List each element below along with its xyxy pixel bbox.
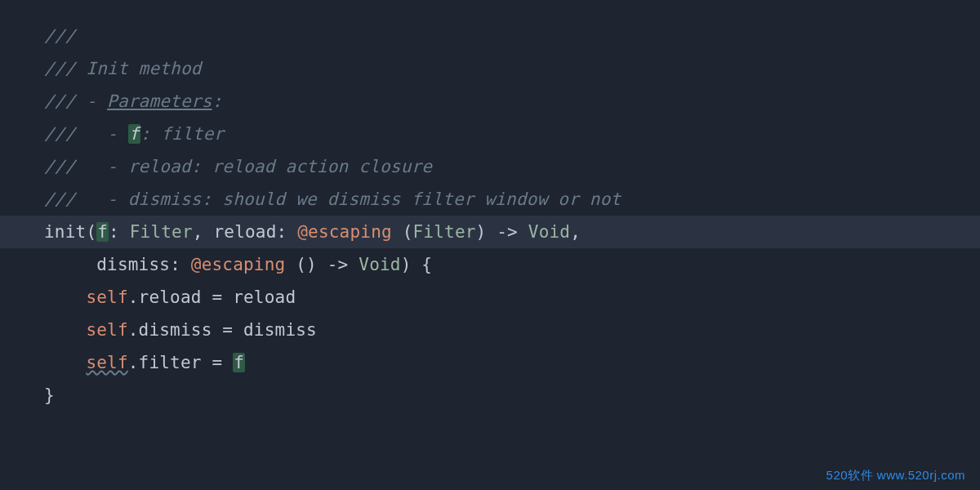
- lparen: (: [86, 222, 96, 242]
- code-line: ///: [0, 20, 980, 52]
- brace-open: {: [412, 255, 433, 274]
- code-line: self.reload = reload: [0, 281, 980, 314]
- prop-reload: reload: [139, 287, 202, 307]
- code-line: self.filter = f: [0, 346, 980, 379]
- lparen: (: [403, 222, 413, 242]
- escaping-keyword: @escaping: [191, 255, 286, 274]
- code-line: dismiss: @escaping () -> Void) {: [0, 248, 980, 281]
- rhs-dismiss: dismiss: [243, 320, 317, 340]
- code-line: /// - Parameters:: [0, 85, 980, 118]
- code-line: /// - reload: reload action closure: [0, 150, 980, 183]
- rhs-reload: reload: [233, 287, 296, 307]
- dot: .: [128, 287, 139, 307]
- watermark: 520软件 www.520rj.com: [826, 468, 965, 483]
- watermark-url[interactable]: www.520rj.com: [877, 468, 965, 482]
- arrow: ->: [486, 222, 528, 242]
- code-line-highlighted: init(f: Filter, reload: @escaping (Filte…: [0, 216, 980, 248]
- self-keyword: self: [86, 287, 127, 307]
- brace-close: }: [44, 385, 55, 405]
- param-reload-name: reload: [214, 222, 277, 242]
- prop-dismiss: dismiss: [139, 320, 212, 340]
- doc-bullet: -: [107, 189, 118, 209]
- type-filter: Filter: [413, 222, 476, 242]
- doc-bullet: -: [107, 157, 118, 176]
- doc-param-f-desc: : filter: [140, 124, 225, 144]
- doc-bullet: -: [86, 91, 96, 111]
- type-void: Void: [359, 255, 400, 274]
- doc-bullet: -: [107, 124, 118, 144]
- doc-slashes: ///: [44, 91, 76, 111]
- equals: =: [212, 320, 244, 340]
- doc-param-dismiss-desc: : should we dismiss filter window or not: [202, 189, 621, 209]
- code-line: /// - f: filter: [0, 118, 980, 150]
- dot: .: [128, 320, 139, 340]
- doc-param-dismiss: dismiss: [128, 189, 202, 209]
- equals: =: [202, 287, 234, 307]
- equals: =: [202, 353, 234, 372]
- self-keyword-warning: self: [86, 353, 127, 372]
- doc-slashes: ///: [44, 189, 76, 209]
- init-keyword: init: [44, 222, 86, 242]
- code-editor[interactable]: /// /// Init method /// - Parameters: //…: [0, 0, 980, 412]
- self-keyword: self: [86, 320, 127, 340]
- code-line: /// - dismiss: should we dismiss filter …: [0, 183, 980, 216]
- doc-slashes: ///: [44, 157, 76, 176]
- doc-param-reload-desc: : reload action closure: [191, 157, 432, 176]
- rparen: ): [401, 255, 412, 274]
- doc-slashes: ///: [44, 26, 76, 46]
- code-line: self.dismiss = dismiss: [0, 314, 980, 346]
- escaping-keyword: @escaping: [297, 222, 392, 242]
- doc-colon: :: [212, 91, 223, 111]
- prop-filter: filter: [139, 353, 202, 372]
- doc-param-reload: reload: [128, 157, 191, 176]
- doc-title: Init method: [76, 59, 202, 78]
- doc-slashes: ///: [44, 59, 76, 78]
- unit-parens: (): [285, 255, 317, 274]
- watermark-brand: 520软件: [826, 468, 874, 482]
- code-line: }: [0, 379, 980, 412]
- param-f-name: f: [96, 222, 109, 242]
- param-dismiss-name: dismiss: [96, 255, 170, 274]
- code-line: /// Init method: [0, 52, 980, 85]
- arrow: ->: [317, 255, 359, 274]
- doc-param-f: f: [128, 124, 140, 144]
- rparen: ): [476, 222, 487, 242]
- doc-slashes: ///: [44, 124, 76, 144]
- doc-parameters-label: Parameters: [107, 91, 212, 111]
- dot: .: [128, 353, 139, 372]
- type-filter: Filter: [130, 222, 193, 242]
- type-void: Void: [528, 222, 570, 242]
- rhs-f: f: [233, 353, 245, 372]
